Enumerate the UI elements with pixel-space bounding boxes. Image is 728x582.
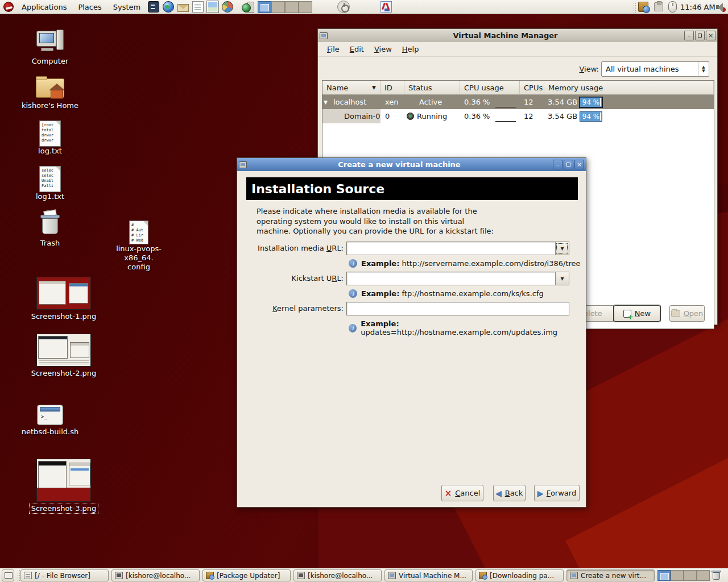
taskbar-item-package-updater[interactable]: [Package Updater] xyxy=(202,569,291,581)
workspace-3[interactable] xyxy=(684,570,697,581)
trash-applet-icon[interactable] xyxy=(712,570,722,581)
bottom-workspace-switcher xyxy=(657,570,710,581)
column-header-status[interactable]: Status xyxy=(404,81,460,95)
desktop-icon-label: Screenshot-1.png xyxy=(30,312,98,321)
step-heading: Installation Source xyxy=(246,177,578,200)
mouse-applet-icon[interactable] xyxy=(668,1,677,13)
desktop-icon-label: kishore's Home xyxy=(16,101,84,110)
media-url-value xyxy=(347,244,349,252)
taskbar-item-terminal-1[interactable]: [kishore@localho... xyxy=(111,569,200,581)
desktop-icon-screenshot-1[interactable]: Screenshot-1.png xyxy=(30,277,98,321)
image-viewer-launcher-icon[interactable] xyxy=(207,1,218,13)
column-header-memory-usage[interactable]: Memory usage xyxy=(544,81,714,95)
web-browser-launcher-icon[interactable] xyxy=(163,1,174,13)
open-button[interactable]: Open xyxy=(669,305,705,322)
kickstart-url-combobox[interactable]: ▼ xyxy=(346,272,569,285)
step-description: Please indicate where installation media… xyxy=(257,206,494,236)
text-file-icon: selec selec Unabl Falli xyxy=(39,166,61,192)
table-row-domain-0[interactable]: Domain-0 0 Running 0.36 % 12 3.54 GB 94 … xyxy=(322,109,714,123)
media-url-combobox[interactable]: ▼ xyxy=(346,242,569,255)
vm-memory: 3.54 GB xyxy=(548,109,578,123)
dropdown-arrow-icon[interactable]: ▼ xyxy=(555,242,569,255)
vmm-titlebar[interactable]: Virtual Machine Manager – × xyxy=(318,29,717,42)
media-url-example: i Example: http://servername.example.com… xyxy=(349,259,581,268)
dialog-titlebar[interactable]: Create a new virtual machine – × xyxy=(237,158,586,171)
dropdown-arrow-icon[interactable]: ▼ xyxy=(555,272,569,285)
software-update-icon[interactable] xyxy=(638,2,648,12)
forward-button[interactable]: ▶ Forward xyxy=(534,485,580,501)
menu-help[interactable]: Help xyxy=(397,45,424,53)
info-icon: i xyxy=(349,259,357,268)
package-icon xyxy=(206,572,214,579)
taskbar-item-vmm[interactable]: Virtual Machine M... xyxy=(384,569,473,581)
column-header-cpu-usage[interactable]: CPU usage xyxy=(460,81,520,95)
workspace-4[interactable] xyxy=(697,570,710,581)
menu-places[interactable]: Places xyxy=(72,0,107,14)
clock[interactable]: 11:46 AM xyxy=(680,3,715,11)
menu-system[interactable]: System xyxy=(107,0,146,14)
volume-muted-icon[interactable] xyxy=(715,2,726,12)
desktop-icon-netbsd-build[interactable]: >_ netbsd-build.sh xyxy=(16,405,84,436)
shutdown-applet-icon[interactable] xyxy=(337,1,350,13)
maximize-icon[interactable] xyxy=(695,31,705,40)
view-filter-combobox[interactable]: All virtual machines ▲▼ xyxy=(601,61,709,77)
workspace-1[interactable] xyxy=(258,1,271,13)
document-launcher-icon[interactable] xyxy=(192,1,204,13)
menu-applications[interactable]: Applications xyxy=(16,0,72,14)
taskbar-item-terminal-2[interactable]: [kishore@localho... xyxy=(293,569,382,581)
desktop-icon-label: log.txt xyxy=(16,147,84,156)
back-button[interactable]: ◀ Back xyxy=(493,485,526,501)
desktop-icon-label: Screenshot-2.png xyxy=(30,369,98,378)
close-icon[interactable]: × xyxy=(574,160,584,169)
desktop-icon-log1-txt[interactable]: selec selec Unabl Falli log1.txt xyxy=(16,166,84,201)
table-row-localhost[interactable]: ▼ localhost xen Active 0.36 % 12 3.54 GB… xyxy=(322,95,714,109)
show-desktop-button[interactable] xyxy=(2,569,14,581)
close-icon[interactable]: × xyxy=(706,31,715,40)
desktop-icon-label: linux-pvops-x86_64.config xyxy=(105,244,173,272)
minimize-icon[interactable]: – xyxy=(553,160,562,169)
maximize-icon[interactable] xyxy=(564,160,573,169)
column-header-id[interactable]: ID xyxy=(380,81,404,95)
cancel-button[interactable]: × Cancel xyxy=(441,485,483,501)
desktop-icon-computer[interactable]: Computer xyxy=(16,30,84,66)
workspace-4[interactable] xyxy=(299,1,312,13)
terminal-icon xyxy=(115,572,123,579)
vmm-icon xyxy=(388,572,396,579)
vm-cpus: 12 xyxy=(524,109,541,123)
terminal-launcher-icon[interactable] xyxy=(148,1,159,13)
taskbar-item-file-browser[interactable]: [/ - File Browser] xyxy=(20,569,109,581)
workspace-1[interactable] xyxy=(657,570,671,581)
desktop-icon-log-txt[interactable]: [root total drwxr drwxr log.txt xyxy=(16,120,84,156)
taskbar-item-downloading[interactable]: [Downloading pa... xyxy=(475,569,564,581)
minimize-icon[interactable]: – xyxy=(684,31,694,40)
system-monitor-launcher-icon[interactable] xyxy=(222,1,233,13)
redhat-menu-icon[interactable] xyxy=(3,2,14,12)
virt-manager-tray-icon[interactable] xyxy=(242,1,254,13)
running-state-icon xyxy=(407,113,414,120)
combobox-spin-icon: ▲▼ xyxy=(698,62,709,76)
desktop-icon-screenshot-3[interactable]: Screenshot-3.png xyxy=(30,459,98,513)
menu-edit[interactable]: Edit xyxy=(345,45,369,53)
workspace-3[interactable] xyxy=(285,1,299,13)
config-file-icon: # # Aut # Lir # Wed xyxy=(129,221,148,244)
workspace-2[interactable] xyxy=(271,1,285,13)
vnc-icon[interactable] xyxy=(380,1,392,13)
menu-file[interactable]: File xyxy=(322,45,345,53)
vm-status: Active xyxy=(419,95,460,109)
desktop-icon-config-file[interactable]: # # Aut # Lir # Wed linux-pvops-x86_64.c… xyxy=(105,221,173,272)
kernel-parameters-input[interactable] xyxy=(346,302,569,315)
desktop-icon-trash[interactable]: Trash xyxy=(16,210,84,248)
desktop-icon-home[interactable]: kishore's Home xyxy=(16,75,84,110)
menu-view[interactable]: View xyxy=(369,45,397,53)
terminal-icon xyxy=(297,572,305,579)
column-header-cpus[interactable]: CPUs xyxy=(520,81,544,95)
desktop-icon-screenshot-2[interactable]: Screenshot-2.png xyxy=(30,334,98,378)
kickstart-url-value xyxy=(347,274,349,282)
new-button[interactable]: New xyxy=(614,305,660,322)
expander-icon[interactable]: ▼ xyxy=(324,95,333,109)
column-header-name[interactable]: Name ▼ xyxy=(322,81,380,95)
workspace-2[interactable] xyxy=(671,570,684,581)
taskbar-item-create-vm[interactable]: Create a new virt... xyxy=(566,569,655,581)
email-launcher-icon[interactable] xyxy=(177,4,189,12)
clipboard-applet-icon[interactable] xyxy=(654,2,663,11)
